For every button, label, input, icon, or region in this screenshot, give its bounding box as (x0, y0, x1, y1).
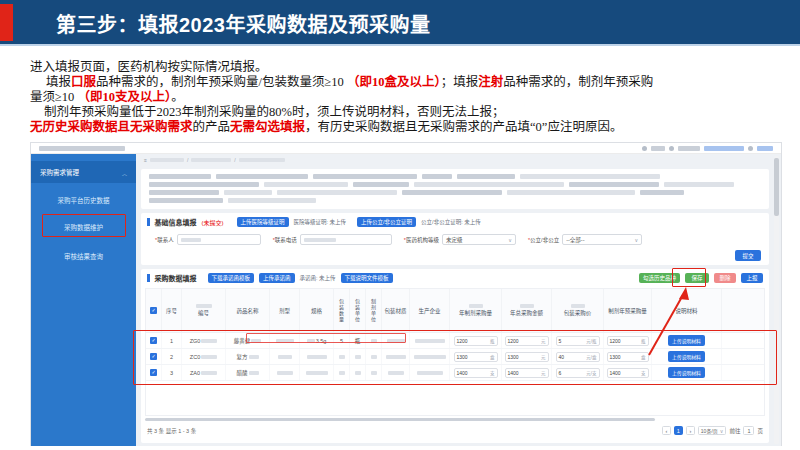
sidebar-item-platform-history[interactable]: 采购平台历史数据 (31, 193, 136, 207)
code-fragment: ZA0 (190, 370, 200, 376)
col-doc: 说明材料 (652, 289, 722, 332)
label: 包装数量 (338, 299, 345, 323)
breadcrumb-item-redacted[interactable] (150, 158, 184, 162)
app-main: ≡ / / (136, 154, 781, 446)
redacted-link[interactable] (757, 146, 773, 151)
hamburger-icon[interactable]: ≡ (144, 157, 147, 163)
redacted (201, 371, 217, 375)
user-icon[interactable] (642, 146, 647, 151)
redacted (201, 339, 217, 343)
pre-purchase-input[interactable]: 1300盒 (607, 352, 649, 362)
redacted-link[interactable] (704, 146, 744, 151)
pack-price-input[interactable]: 40元/盒 (556, 352, 600, 362)
label: 包装采购价 (564, 309, 592, 317)
cell-pack-unit (350, 365, 366, 380)
year-amount-input[interactable]: 1200元 (505, 336, 549, 346)
vertical-scrollbar[interactable] (774, 156, 779, 444)
separator: / (234, 157, 235, 163)
contact-input[interactable] (177, 234, 261, 245)
upload-public-proof-button[interactable]: 上传公立/非公立证明 (357, 217, 416, 227)
next-page-button[interactable]: › (686, 426, 695, 435)
spec-fragment: 3.5g (316, 338, 327, 344)
org-icon[interactable] (669, 146, 674, 151)
pre-purchase-input[interactable]: 1400支 (607, 368, 649, 378)
report-button[interactable]: 上报 (741, 273, 763, 283)
pre-purchase-input[interactable]: 1200瓶 (607, 336, 649, 346)
submit-button[interactable]: 提交 (735, 250, 761, 261)
label: 编号 (198, 309, 209, 317)
sidebar-item-review-result[interactable]: 审核结果查询 (31, 249, 136, 263)
select-all-checkbox[interactable]: ✓ (150, 307, 157, 314)
upload-commitment-button[interactable]: 上传承诺函 (259, 273, 295, 283)
upload-hospital-level-button[interactable]: 上传医院等级证明 (237, 217, 289, 227)
redacted (201, 355, 217, 359)
goto-unit: 页 (757, 427, 763, 435)
year-amount-input[interactable]: 1400元 (505, 368, 549, 378)
app-screenshot: 采购需求管理 ︿ 采购平台历史数据 采购数据维护 审核结果查询 ≡ / / (30, 142, 782, 446)
page-1-button[interactable]: 1 (674, 426, 683, 435)
code-fragment: ZG0 (190, 338, 201, 344)
col-num: 序号 (162, 289, 182, 332)
col-prep-unit: 制剂单位 (366, 289, 382, 332)
public-type-select[interactable]: --全部--∨ (562, 234, 642, 245)
row-checkbox[interactable]: ✓ (150, 369, 157, 376)
redacted-row (149, 190, 761, 195)
year-amount-input[interactable]: 1300元 (505, 352, 549, 362)
row-checkbox[interactable]: ✓ (150, 337, 157, 344)
phone-input[interactable] (300, 234, 392, 245)
page-size-select[interactable]: 10条/页∨ (698, 426, 727, 435)
logout-icon[interactable] (748, 146, 753, 151)
redacted (339, 355, 345, 359)
row-checkbox[interactable]: ✓ (150, 353, 157, 360)
org-level-select[interactable]: 未定级∨ (442, 234, 516, 245)
app-logo-redacted (39, 146, 125, 151)
unit: 元 (541, 338, 546, 344)
redacted (415, 339, 445, 343)
cell-num: 3 (162, 365, 182, 380)
label: 医药机构等级 (406, 237, 439, 243)
download-commitment-template-button[interactable]: 下载承诺函模板 (208, 273, 255, 283)
section-marker (147, 218, 150, 226)
col-spec: 规格 (300, 289, 334, 332)
scrollbar-thumb[interactable] (774, 158, 779, 216)
goto-page-input[interactable]: 1 (743, 426, 754, 435)
year-qty-input[interactable]: 1400支 (454, 368, 498, 378)
chevron-up-icon: ︿ (122, 169, 127, 176)
cell-prep-unit (366, 333, 382, 348)
sidebar-item-purchase-data[interactable]: 采购数据维护 (31, 220, 136, 234)
purchase-table: ✓ 序号 编号 药品名称 剂型 规格 包装数量 包装单位 制剂单位 包装材质 生… (145, 288, 765, 416)
col-material: 包装材质 (382, 289, 410, 332)
chevron-down-icon: ∨ (720, 428, 724, 434)
year-qty-input[interactable]: 1300盒 (454, 352, 498, 362)
table-header: ✓ 序号 编号 药品名称 剂型 规格 包装数量 包装单位 制剂单位 包装材质 生… (146, 289, 764, 333)
upload-doc-button[interactable]: 上传说明材料 (668, 351, 705, 362)
page-title: 第三步：填报2023年采购数据及预采购量 (56, 9, 431, 38)
upload-doc-button[interactable]: 上传说明材料 (668, 335, 705, 346)
year-qty-input[interactable]: 1200瓶 (454, 336, 498, 346)
cell-type (270, 365, 300, 380)
upload-doc-button[interactable]: 上传说明材料 (668, 367, 705, 378)
redacted-value (304, 238, 336, 242)
cell-material (382, 333, 410, 348)
pack-price-input[interactable]: 5元/瓶 (556, 336, 600, 346)
name-fragment: 醋酸 (236, 369, 247, 377)
basic-info-panel: 基础信息填报 (未提交) 上传医院等级证明 医院等级证明: 未上传 上传公立/非… (141, 213, 769, 265)
col-year-qty: 年制剂采购量 (450, 289, 502, 332)
cell-spec (300, 349, 334, 364)
cell-manufacturer (410, 365, 450, 380)
select-history-products-button[interactable]: 勾选历史品种 (639, 273, 680, 283)
cell-pack-qty: 5 (334, 333, 350, 348)
col-pack-price: 包装采购价 (552, 289, 604, 332)
breadcrumb-item-redacted[interactable] (239, 158, 285, 162)
unit: 元 (541, 370, 546, 376)
redacted (278, 355, 292, 359)
breadcrumb-item-redacted[interactable] (191, 158, 231, 162)
delete-button[interactable]: 删除 (714, 273, 736, 283)
sidebar-menu-procurement[interactable]: 采购需求管理 ︿ (31, 161, 136, 183)
download-doc-template-button[interactable]: 下载说明文件模板 (341, 273, 393, 283)
prev-page-button[interactable]: ‹ (662, 426, 671, 435)
basic-section-title: 基础信息填报 (155, 217, 197, 227)
save-button[interactable]: 保存 (685, 273, 709, 283)
purchase-section-title: 采购数据填报 (155, 273, 197, 283)
pack-price-input[interactable]: 6元/支 (556, 368, 600, 378)
